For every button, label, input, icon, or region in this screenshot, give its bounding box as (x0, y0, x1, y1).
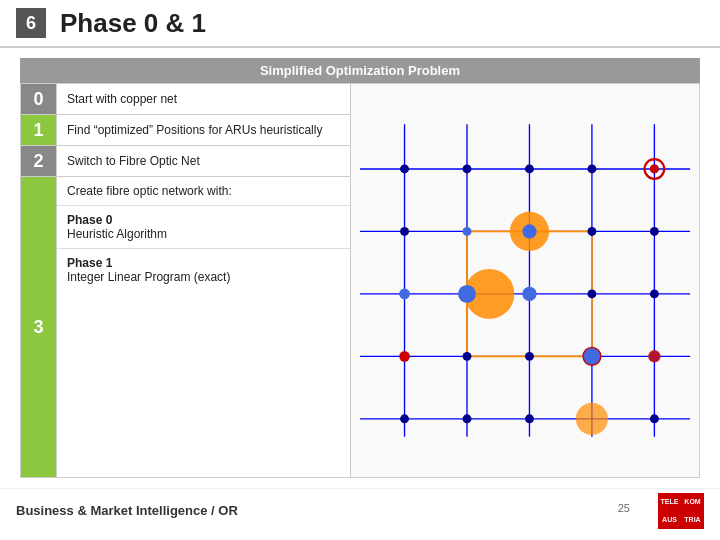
svg-point-13 (576, 403, 608, 435)
svg-point-34 (400, 414, 409, 423)
step-3-phase0: Phase 0 Heuristic Algorithm (57, 206, 350, 249)
svg-point-30 (463, 352, 472, 361)
step-3-phase1-body: Integer Linear Program (exact) (67, 270, 230, 284)
svg-point-36 (525, 414, 534, 423)
svg-point-27 (587, 289, 596, 298)
step-num-0: 0 (21, 84, 57, 114)
svg-point-19 (400, 227, 409, 236)
footer-right: TELE KOM AUS TRIA (658, 493, 704, 529)
svg-point-37 (650, 414, 659, 423)
svg-point-17 (587, 165, 596, 174)
svg-point-21 (587, 227, 596, 236)
right-diagram (351, 84, 699, 477)
svg-point-26 (522, 287, 536, 301)
logo-tele: TELE (658, 493, 681, 511)
step-num-2: 2 (21, 146, 57, 176)
step-3-phase0-body: Heuristic Algorithm (67, 227, 167, 241)
logo-tria: TRIA (681, 511, 704, 529)
svg-point-25 (458, 285, 476, 303)
main-content: Simplified Optimization Problem 0 Start … (0, 48, 720, 488)
svg-point-28 (650, 289, 659, 298)
telecom-austria-logo: TELE KOM AUS TRIA (658, 493, 704, 529)
step-content-1: Find “optimized” Positions for ARUs heur… (57, 115, 350, 145)
step-3-phase0-title: Phase 0 (67, 213, 112, 227)
svg-point-39 (650, 165, 659, 174)
header-title: Phase 0 & 1 (60, 8, 206, 39)
step-num-1: 1 (21, 115, 57, 145)
step-3-phase1-title: Phase 1 (67, 256, 112, 270)
table-row-2: 2 Switch to Fibre Optic Net (21, 146, 350, 177)
step-content-2: Switch to Fibre Optic Net (57, 146, 350, 176)
diagram-svg (351, 84, 699, 477)
svg-point-35 (463, 414, 472, 423)
svg-point-14 (400, 165, 409, 174)
svg-point-41 (583, 347, 601, 365)
header: 6 Phase 0 & 1 (0, 0, 720, 48)
svg-point-40 (399, 351, 410, 362)
content-row: 0 Start with copper net 1 Find “optimize… (20, 83, 700, 478)
svg-point-16 (525, 165, 534, 174)
svg-point-42 (648, 350, 660, 362)
svg-point-23 (522, 224, 536, 238)
table-row-1: 1 Find “optimized” Positions for ARUs he… (21, 115, 350, 146)
table-row-3: 3 Create fibre optic network with: Phase… (21, 177, 350, 477)
step-content-0: Start with copper net (57, 84, 350, 114)
svg-point-20 (463, 227, 472, 236)
left-table: 0 Start with copper net 1 Find “optimize… (21, 84, 351, 477)
svg-point-15 (463, 165, 472, 174)
page-number: 25 (618, 502, 630, 514)
step-3-phase1: Phase 1 Integer Linear Program (exact) (57, 249, 350, 291)
table-row-0: 0 Start with copper net (21, 84, 350, 115)
step-num-3: 3 (21, 177, 57, 477)
step-3-create: Create fibre optic network with: (57, 177, 350, 206)
svg-point-22 (650, 227, 659, 236)
phase-badge: 6 (16, 8, 46, 38)
svg-point-24 (399, 289, 410, 300)
logo-kom: KOM (681, 493, 704, 511)
svg-point-31 (525, 352, 534, 361)
footer: Business & Market Intelligence / OR TELE… (0, 488, 720, 532)
banner: Simplified Optimization Problem (20, 58, 700, 83)
step-content-3: Create fibre optic network with: Phase 0… (57, 177, 350, 477)
footer-text: Business & Market Intelligence / OR (16, 503, 238, 518)
logo-aus: AUS (658, 511, 681, 529)
